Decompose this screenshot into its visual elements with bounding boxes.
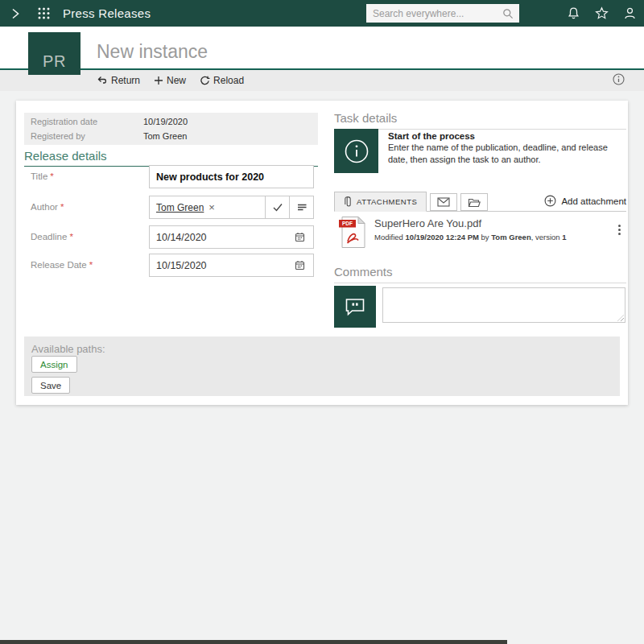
available-paths-panel: Available paths: Assign Save [24, 336, 620, 396]
author-chip: Tom Green × [150, 196, 265, 218]
required-marker: * [50, 171, 53, 181]
app-tile[interactable]: PR [28, 32, 80, 75]
plus-circle-icon [544, 195, 556, 207]
title-label: Title* [31, 171, 54, 181]
app-initials: PR [43, 52, 66, 71]
author-picker-button[interactable] [289, 196, 313, 218]
page-title: New instance [97, 41, 208, 63]
task-info-tile [334, 129, 378, 173]
search-input[interactable] [366, 4, 502, 23]
pdf-file-icon: PDF [338, 216, 367, 249]
comment-input-wrap [382, 287, 625, 323]
tab-attachments[interactable]: ATTACHMENTS [334, 192, 427, 212]
form-card: Registration date 10/19/2020 Registered … [16, 101, 628, 405]
calendar-icon[interactable] [295, 260, 305, 270]
bell-icon [567, 6, 580, 20]
reload-button[interactable]: Reload [200, 75, 244, 86]
assign-button[interactable]: Assign [31, 356, 77, 373]
attachment-file-meta: Modified 10/19/2020 12:24 PM by Tom Gree… [374, 233, 567, 242]
section-comments: Comments [334, 265, 626, 283]
author-chip-name[interactable]: Tom Green [156, 202, 204, 213]
new-button[interactable]: New [154, 75, 186, 86]
app-title: Press Releases [63, 6, 151, 20]
comment-tile [334, 286, 376, 328]
grid-icon [37, 6, 51, 20]
required-marker: * [60, 202, 64, 212]
calendar-icon[interactable] [295, 232, 305, 242]
required-marker: * [69, 232, 72, 242]
form-info-button[interactable] [613, 73, 625, 85]
attachment-row: PDF SuperHero Are You.pdf Modified 10/19… [334, 216, 626, 251]
info-row-registered-by: Registered by Tom Green [24, 129, 318, 143]
favorites-button[interactable] [595, 6, 609, 20]
return-button[interactable]: Return [97, 75, 140, 86]
list-icon [296, 202, 308, 213]
paperclip-icon [344, 196, 352, 208]
kebab-menu-icon[interactable] [616, 222, 623, 237]
chevron-right-icon [9, 7, 22, 20]
sidebar-expand-button[interactable] [9, 7, 22, 20]
author-confirm-button[interactable] [265, 196, 289, 218]
info-circle-icon [342, 137, 371, 166]
reload-icon [200, 76, 210, 86]
notifications-button[interactable] [567, 6, 580, 20]
plus-icon [154, 76, 163, 85]
available-paths-title: Available paths: [24, 336, 620, 355]
remove-icon[interactable]: × [208, 201, 215, 213]
author-label: Author* [31, 202, 64, 212]
author-field[interactable]: Tom Green × [149, 196, 314, 219]
search-icon[interactable] [502, 8, 514, 19]
title-field[interactable]: New products for 2020 [149, 165, 314, 188]
topbar-actions [567, 0, 637, 27]
add-attachment-button[interactable]: Add attachment [544, 195, 626, 211]
required-marker: * [89, 260, 93, 270]
deadline-field[interactable]: 10/14/2020 [149, 225, 314, 249]
info-row-registration-date: Registration date 10/19/2020 [24, 114, 318, 129]
taskbar-fragment [0, 640, 507, 644]
deadline-label: Deadline* [31, 232, 73, 242]
section-release-details: Release details [24, 149, 318, 167]
folder-icon [468, 197, 481, 208]
attachment-file-name[interactable]: SuperHero Are You.pdf [374, 217, 481, 229]
save-button[interactable]: Save [31, 377, 70, 394]
user-profile-button[interactable] [623, 6, 637, 20]
task-description-block: Start of the process Enter the name of t… [388, 131, 626, 166]
svg-text:PDF: PDF [342, 221, 353, 226]
comment-bubble-icon [343, 295, 367, 319]
release-date-label: Release Date* [31, 260, 93, 270]
envelope-icon [437, 197, 450, 207]
task-title: Start of the process [388, 131, 626, 141]
check-icon [272, 202, 283, 213]
global-search [366, 4, 519, 23]
release-date-field[interactable]: 10/15/2020 [149, 254, 314, 277]
comment-input[interactable] [383, 288, 625, 322]
return-icon [97, 76, 108, 85]
form-toolbar: Return New Reload [0, 70, 644, 91]
attachments-tabstrip: ATTACHMENTS Add attachment [334, 192, 626, 212]
accent-divider [0, 68, 644, 70]
top-bar: Press Releases [0, 0, 644, 27]
tab-folders[interactable] [460, 193, 488, 211]
section-task-details: Task details [334, 111, 626, 130]
app-window: Press Releases PR New instance Return [0, 0, 644, 644]
tab-emails[interactable] [430, 193, 457, 211]
system-info-panel: Registration date 10/19/2020 Registered … [24, 113, 318, 145]
task-description: Enter the name of the publication, deadl… [388, 142, 626, 166]
star-icon [595, 6, 609, 20]
user-icon [623, 6, 637, 20]
info-icon [613, 73, 625, 85]
app-launcher-button[interactable] [37, 6, 51, 20]
